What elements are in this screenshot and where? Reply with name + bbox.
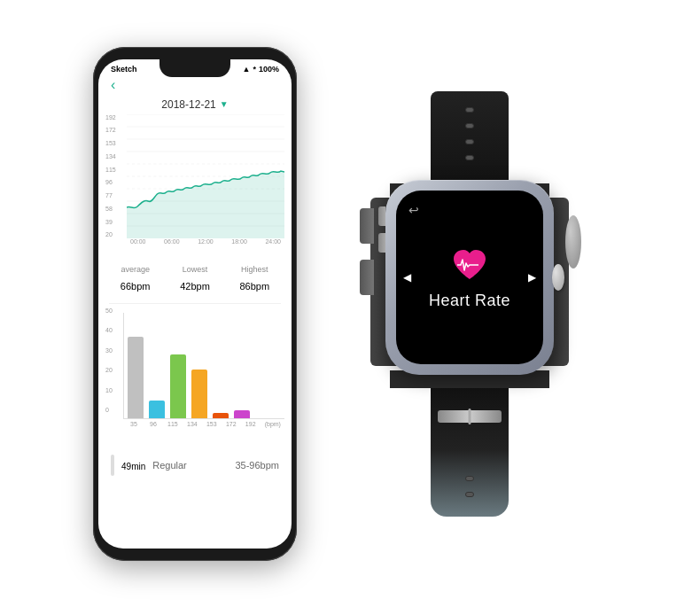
lowest-label: Lowest bbox=[180, 265, 210, 274]
phone-screen: Sketch ▲ * 100% ‹ 2018-12-21 ▼ 192 bbox=[98, 59, 292, 549]
watch-case: ↩ ◀ ▶ Heart Rate bbox=[385, 180, 554, 375]
watch-screen: ↩ ◀ ▶ Heart Rate bbox=[396, 191, 543, 364]
average-label: average bbox=[121, 265, 151, 274]
chart-y-axis: 192 172 153 134 115 96 77 58 39 20 bbox=[105, 114, 125, 238]
y-label-0: 192 bbox=[105, 114, 125, 121]
bar-chart-inner bbox=[123, 313, 284, 419]
watch-nav-up-icon[interactable]: ↩ bbox=[408, 203, 419, 217]
x-label-1: 06:00 bbox=[164, 238, 180, 245]
bar-y-axis: 50 40 30 20 10 0 bbox=[105, 307, 113, 414]
x-label-0: 00:00 bbox=[130, 238, 146, 245]
watch-button-left-bottom[interactable] bbox=[378, 233, 385, 253]
chart-x-axis: 00:00 06:00 12:00 18:00 24:00 bbox=[127, 238, 284, 245]
back-icon[interactable]: ‹ bbox=[111, 77, 115, 93]
x-label-115: 115 bbox=[166, 421, 180, 427]
smartwatch: ↩ ◀ ▶ Heart Rate bbox=[332, 74, 607, 534]
x-label-172: 172 bbox=[224, 421, 238, 427]
watch-nav-right-icon[interactable]: ▶ bbox=[528, 271, 536, 284]
y-label-8: 39 bbox=[105, 219, 125, 225]
phone-notch bbox=[159, 59, 230, 77]
bar-chart: 50 40 30 20 10 0 bbox=[98, 307, 292, 449]
bar-x-unit: (bpm) bbox=[265, 421, 281, 427]
band-bottom bbox=[431, 384, 509, 517]
watch-crown[interactable] bbox=[552, 264, 564, 291]
highest-label: Highest bbox=[239, 265, 269, 274]
x-label-153: 153 bbox=[205, 421, 219, 427]
x-label-96: 96 bbox=[146, 421, 160, 427]
x-label-3: 18:00 bbox=[231, 238, 247, 245]
carrier-label: Sketch bbox=[111, 65, 137, 74]
bluetooth-icon: * bbox=[253, 65, 256, 74]
date-label: 2018-12-21 bbox=[161, 98, 215, 111]
band-hole-2 bbox=[465, 123, 474, 128]
left-lug-bottom bbox=[360, 260, 374, 295]
bar-153 bbox=[213, 413, 229, 418]
wifi-icon: ▲ bbox=[243, 65, 251, 74]
y-label-6: 77 bbox=[105, 192, 125, 198]
stat-lowest: Lowest 42bpm bbox=[180, 265, 210, 294]
y-label-5: 96 bbox=[105, 179, 125, 185]
y-label-1: 172 bbox=[105, 127, 125, 133]
bar-172 bbox=[234, 410, 250, 418]
band-hole-5 bbox=[465, 476, 474, 481]
footer-info: 49min Regular 35-96bpm bbox=[98, 449, 292, 481]
highest-value: 86bpm bbox=[239, 276, 269, 294]
x-label-134: 134 bbox=[185, 421, 199, 427]
y-label-9: 20 bbox=[105, 231, 125, 237]
battery-label: 100% bbox=[259, 65, 279, 74]
heart-rate-chart: 192 172 153 134 115 96 77 58 39 20 bbox=[98, 114, 292, 256]
band-hole-4 bbox=[465, 155, 474, 160]
heart-rate-icon bbox=[448, 244, 491, 286]
watch-nav-left-icon[interactable]: ◀ bbox=[403, 271, 411, 284]
x-label-35: 35 bbox=[127, 421, 141, 427]
status-right: ▲ * 100% bbox=[243, 65, 279, 74]
stat-highest: Highest 86bpm bbox=[239, 265, 269, 294]
date-dropdown-icon[interactable]: ▼ bbox=[220, 99, 229, 109]
y-label-2: 153 bbox=[105, 140, 125, 146]
bar-x-axis: 35 96 115 134 153 172 192 (bpm) bbox=[123, 419, 284, 429]
buckle-pin bbox=[469, 409, 471, 424]
left-lug-top bbox=[360, 208, 374, 244]
stats-row: average 66bpm Lowest 42bpm Highest 86bpm bbox=[98, 256, 292, 300]
scene: Sketch ▲ * 100% ‹ 2018-12-21 ▼ 192 bbox=[93, 47, 607, 561]
phone: Sketch ▲ * 100% ‹ 2018-12-21 ▼ 192 bbox=[93, 47, 297, 561]
band-top bbox=[431, 91, 509, 193]
band-hole-6 bbox=[465, 492, 474, 497]
x-label-2: 12:00 bbox=[198, 238, 214, 245]
band-hole-3 bbox=[465, 139, 474, 144]
duration-value: 49min bbox=[121, 458, 145, 472]
chart-svg-container bbox=[127, 114, 284, 238]
lowest-value: 42bpm bbox=[180, 276, 210, 294]
heart-rate-type: Regular bbox=[152, 460, 187, 471]
watch-buckle bbox=[438, 410, 502, 423]
date-header: 2018-12-21 ▼ bbox=[98, 97, 292, 114]
band-hole-1 bbox=[465, 107, 474, 113]
section-divider bbox=[109, 303, 281, 304]
right-crown-visual bbox=[565, 215, 581, 268]
footer-color-indicator bbox=[111, 455, 114, 476]
y-label-4: 115 bbox=[105, 167, 125, 173]
x-label-192: 192 bbox=[244, 421, 258, 427]
bar-115 bbox=[170, 354, 186, 418]
band-holes-top bbox=[465, 107, 474, 160]
watch-button-left-top[interactable] bbox=[378, 206, 385, 226]
nav-bar: ‹ bbox=[98, 75, 292, 97]
stat-average: average 66bpm bbox=[121, 265, 151, 294]
average-value: 66bpm bbox=[121, 276, 151, 294]
x-label-4: 24:00 bbox=[265, 238, 281, 245]
watch-body: ↩ ◀ ▶ Heart Rate bbox=[354, 91, 585, 517]
band-holes-bottom bbox=[465, 476, 474, 497]
bar-35 bbox=[128, 337, 144, 418]
bar-96 bbox=[149, 401, 165, 418]
y-label-7: 58 bbox=[105, 206, 125, 212]
y-label-3: 134 bbox=[105, 153, 125, 160]
heart-rate-range: 35-96bpm bbox=[235, 460, 279, 471]
bar-134 bbox=[191, 370, 207, 418]
watch-heart-rate-label: Heart Rate bbox=[429, 292, 510, 310]
